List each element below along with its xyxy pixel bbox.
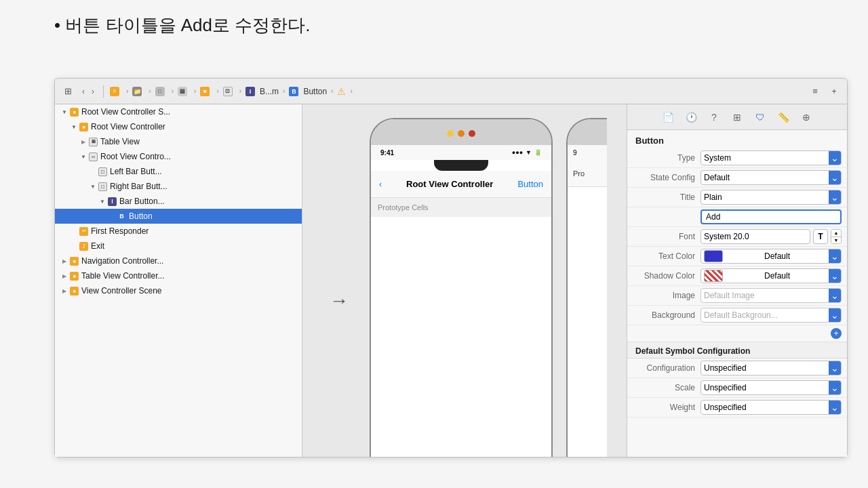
inspector-label-type: Type — [633, 153, 701, 163]
inspector-row-image: Image Default Image ⌄ — [627, 286, 847, 306]
tree-item-nav-controller[interactable]: ▶ ■ Navigation Controller... — [55, 253, 302, 268]
inspector-ruler-icon[interactable]: 📏 — [776, 110, 791, 125]
inspector-select-configuration[interactable]: Unspecified ⌄ — [701, 361, 842, 375]
breadcrumb-storyboard[interactable]: ▤ — [178, 87, 190, 96]
inspector-control-shadow-color: Default ⌄ — [701, 268, 842, 283]
toolbar-right: ≡ + — [808, 84, 842, 99]
tree-item-first-responder[interactable]: ▶ ↩ First Responder — [55, 224, 302, 239]
inspector-select-image[interactable]: Default Image ⌄ — [701, 288, 842, 303]
inspector-label-configuration: Configuration — [633, 363, 701, 373]
main-content: ▼ ■ Root View Controller S... ▼ ■ Root V… — [55, 104, 847, 457]
inspector-select-title[interactable]: Plain ⌄ — [701, 190, 842, 205]
inspector-row-add-input: Add — [627, 207, 847, 227]
prototype-cells-label: Prototype Cells — [371, 198, 551, 217]
inspector-control-font: System 20.0 T ▲ ▼ — [701, 229, 842, 244]
breadcrumb-file[interactable]: ≡ — [110, 87, 122, 96]
phone-time: 9:41 — [380, 149, 394, 157]
inspector-row-scale: Scale Unspecified ⌄ — [627, 378, 847, 398]
nav-forward-button[interactable]: › — [89, 85, 97, 98]
inspector-row-weight: Weight Unspecified ⌄ — [627, 398, 847, 418]
inspector-control-weight: Unspecified ⌄ — [701, 400, 842, 415]
shadow-color-swatch — [704, 270, 723, 282]
select-arrow-configuration: ⌄ — [829, 361, 841, 375]
phone-mockup-2: 9 Pro — [566, 118, 607, 457]
canvas-area: → 9:41 ●●● ▼ 🔋 — [302, 104, 627, 457]
inspector-label-weight: Weight — [633, 403, 701, 412]
inspector-link-icon[interactable]: ⊕ — [799, 110, 814, 125]
select-arrow-shadow-color: ⌄ — [829, 269, 841, 283]
breadcrumb-doc[interactable]: □ — [155, 87, 167, 96]
tree-item-view-controller[interactable]: ▶ ■ View Controller Scene — [55, 283, 302, 298]
inspector-select-type[interactable]: System ⌄ — [701, 150, 842, 165]
inspector-row-title: Title Plain ⌄ — [627, 188, 847, 207]
grid-icon[interactable]: ⊞ — [60, 84, 75, 99]
tree-item-exit[interactable]: ▶ ⤴ Exit — [55, 239, 302, 253]
tree-item-table-view[interactable]: ▶ ⊞ Table View — [55, 134, 302, 149]
inspector-label-state-config: State Config — [633, 173, 701, 182]
breadcrumb-warning[interactable]: ⚠ — [337, 86, 346, 97]
inspector-grid-icon[interactable]: ⊞ — [730, 110, 745, 125]
breadcrumb-barbutton-I[interactable]: I B...m — [245, 87, 279, 96]
tree-item-bar-button[interactable]: ▼ I Bar Button... — [55, 194, 302, 209]
inspector-label-background: Background — [633, 310, 701, 320]
inspector-panel: 📄 🕐 ? ⊞ 🛡 📏 ⊕ Button Type System ⌄ — [627, 104, 847, 457]
inspector-clock-icon[interactable]: 🕐 — [684, 110, 698, 125]
inspector-control-image: Default Image ⌄ — [701, 288, 842, 303]
inspector-control-text-color: Default ⌄ — [701, 249, 842, 264]
inspector-help-icon[interactable]: ? — [707, 110, 722, 125]
inspector-control-title: Plain ⌄ — [701, 190, 842, 205]
tree-item-left-bar[interactable]: ▶ □ Left Bar Butt... — [55, 164, 302, 179]
inspector-file-icon[interactable]: 📄 — [660, 110, 675, 125]
inspector-row-text-color: Text Color Default ⌄ — [627, 247, 847, 266]
inspector-control-add-input: Add — [701, 209, 842, 224]
inspector-row-background: Background Default Backgroun... ⌄ — [627, 306, 847, 325]
inspector-toolbar: 📄 🕐 ? ⊞ 🛡 📏 ⊕ — [627, 104, 847, 130]
inspector-select-shadow-color[interactable]: Default ⌄ — [701, 268, 842, 283]
font-T-button[interactable]: T — [813, 229, 828, 244]
inspector-title: Button — [627, 130, 847, 148]
select-arrow-text-color: ⌄ — [829, 249, 841, 263]
inspector-row-state-config: State Config Default ⌄ — [627, 168, 847, 188]
phone-nav-title: Root View Controller — [406, 179, 493, 189]
inspector-select-text-color[interactable]: Default ⌄ — [701, 249, 842, 264]
select-arrow-type: ⌄ — [829, 151, 841, 165]
inspector-select-background[interactable]: Default Backgroun... ⌄ — [701, 308, 842, 323]
inspector-add-input-field[interactable]: Add — [701, 209, 842, 224]
breadcrumb-scene[interactable]: ■ — [200, 87, 212, 96]
nav-buttons: ‹ › — [79, 85, 97, 98]
inspector-select-font[interactable]: System 20.0 — [701, 229, 810, 244]
tree-item-table-vc[interactable]: ▶ ■ Table View Controller... — [55, 268, 302, 283]
document-outline: ▼ ■ Root View Controller S... ▼ ■ Root V… — [55, 104, 302, 457]
inspector-label-title: Title — [633, 192, 701, 202]
tree-item-root-view-contro[interactable]: ▼ ‹› Root View Contro... — [55, 149, 302, 164]
breadcrumb-button-B[interactable]: B Button — [289, 87, 327, 96]
inspector-control-type: System ⌄ — [701, 150, 842, 165]
inspector-select-weight[interactable]: Unspecified ⌄ — [701, 400, 842, 415]
inspector-control-scale: Unspecified ⌄ — [701, 380, 842, 395]
phone-mockup-1: 9:41 ●●● ▼ 🔋 ‹ Root View Controller Butt… — [370, 118, 553, 457]
tree-item-root-vc[interactable]: ▼ ■ Root View Controller — [55, 119, 302, 134]
segue-arrow: → — [322, 118, 356, 457]
breadcrumb-folder[interactable]: 📁 — [132, 87, 144, 96]
breadcrumb-vc-icon[interactable]: ⊡ — [223, 87, 235, 96]
inspector-label-image: Image — [633, 291, 701, 300]
stepper-down[interactable]: ▼ — [831, 237, 841, 244]
tree-item-button[interactable]: ▶ B Button — [55, 209, 302, 224]
stepper-up[interactable]: ▲ — [831, 230, 841, 237]
ide-window: ⊞ ‹ › ≡ › 📁 › □ › ▤ › ■ › ⊡ › I — [54, 78, 848, 458]
inspector-row-configuration: Configuration Unspecified ⌄ — [627, 359, 847, 378]
add-config-button[interactable]: + — [831, 328, 842, 339]
arrow-icon: → — [330, 290, 349, 312]
inspector-row-type: Type System ⌄ — [627, 148, 847, 168]
tree-item-right-bar[interactable]: ▼ □ Right Bar Butt... — [55, 179, 302, 194]
inspector-shield-icon[interactable]: 🛡 — [753, 110, 768, 125]
add-icon[interactable]: + — [827, 84, 842, 99]
tree-item-root-vc-scene[interactable]: ▼ ■ Root View Controller S... — [55, 104, 302, 119]
inspector-select-state-config[interactable]: Default ⌄ — [701, 170, 842, 185]
inspector-row-shadow-color: Shadow Color Default ⌄ — [627, 266, 847, 286]
font-size-stepper[interactable]: ▲ ▼ — [831, 229, 842, 244]
nav-back-button[interactable]: ‹ — [79, 85, 87, 98]
phone-nav-button[interactable]: Button — [517, 179, 543, 189]
inspector-select-scale[interactable]: Unspecified ⌄ — [701, 380, 842, 395]
align-icon[interactable]: ≡ — [808, 84, 823, 99]
